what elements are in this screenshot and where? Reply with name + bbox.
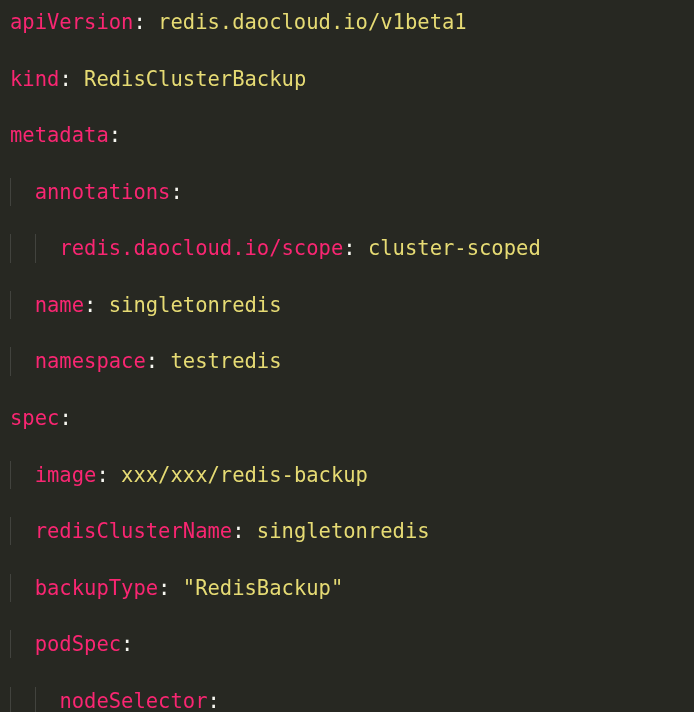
indent-guide bbox=[35, 234, 36, 262]
colon: : bbox=[207, 689, 219, 712]
colon: : bbox=[232, 519, 244, 543]
indent-guide bbox=[10, 234, 11, 262]
code-line: image: xxx/xxx/redis-backup bbox=[10, 461, 684, 489]
yaml-key: name bbox=[35, 293, 84, 317]
indent-guide bbox=[10, 291, 11, 319]
code-line: kind: RedisClusterBackup bbox=[10, 65, 684, 93]
yaml-key: image bbox=[35, 463, 97, 487]
indent-guide bbox=[35, 687, 36, 712]
code-line: name: singletonredis bbox=[10, 291, 684, 319]
yaml-value: singletonredis bbox=[109, 293, 282, 317]
yaml-key: podSpec bbox=[35, 632, 121, 656]
code-line: metadata: bbox=[10, 121, 684, 149]
indent-guide bbox=[10, 347, 11, 375]
code-line: redis.daocloud.io/scope: cluster-scoped bbox=[10, 234, 684, 262]
colon: : bbox=[96, 463, 108, 487]
code-line: nodeSelector: bbox=[10, 687, 684, 712]
yaml-value: xxx/xxx/redis-backup bbox=[121, 463, 368, 487]
indent-guide bbox=[10, 517, 11, 545]
colon: : bbox=[133, 10, 145, 34]
colon: : bbox=[158, 576, 170, 600]
yaml-key: spec bbox=[10, 406, 59, 430]
indent-guide bbox=[10, 630, 11, 658]
colon: : bbox=[121, 632, 133, 656]
colon: : bbox=[59, 406, 71, 430]
indent-guide bbox=[10, 461, 11, 489]
code-line: podSpec: bbox=[10, 630, 684, 658]
code-line: namespace: testredis bbox=[10, 347, 684, 375]
colon: : bbox=[146, 349, 158, 373]
yaml-key: backupType bbox=[35, 576, 158, 600]
code-line: redisClusterName: singletonredis bbox=[10, 517, 684, 545]
colon: : bbox=[84, 293, 96, 317]
code-line: apiVersion: redis.daocloud.io/v1beta1 bbox=[10, 8, 684, 36]
yaml-key: apiVersion bbox=[10, 10, 133, 34]
yaml-value: redis.daocloud.io/v1beta1 bbox=[158, 10, 467, 34]
yaml-key: redis.daocloud.io/scope bbox=[59, 236, 343, 260]
code-line: annotations: bbox=[10, 178, 684, 206]
yaml-key: kind bbox=[10, 67, 59, 91]
yaml-value: testredis bbox=[170, 349, 281, 373]
yaml-value: cluster-scoped bbox=[368, 236, 541, 260]
colon: : bbox=[109, 123, 121, 147]
yaml-key: redisClusterName bbox=[35, 519, 232, 543]
yaml-code-block: apiVersion: redis.daocloud.io/v1beta1 ki… bbox=[0, 0, 694, 712]
yaml-key: annotations bbox=[35, 180, 171, 204]
code-line: spec: bbox=[10, 404, 684, 432]
indent-guide bbox=[10, 574, 11, 602]
indent-guide bbox=[10, 687, 11, 712]
code-line: backupType: "RedisBackup" bbox=[10, 574, 684, 602]
colon: : bbox=[170, 180, 182, 204]
yaml-value: singletonredis bbox=[257, 519, 430, 543]
yaml-key: namespace bbox=[35, 349, 146, 373]
yaml-key: nodeSelector bbox=[59, 689, 207, 712]
colon: : bbox=[59, 67, 71, 91]
yaml-value: RedisClusterBackup bbox=[84, 67, 306, 91]
yaml-value: "RedisBackup" bbox=[183, 576, 343, 600]
yaml-key: metadata bbox=[10, 123, 109, 147]
indent-guide bbox=[10, 178, 11, 206]
colon: : bbox=[343, 236, 355, 260]
